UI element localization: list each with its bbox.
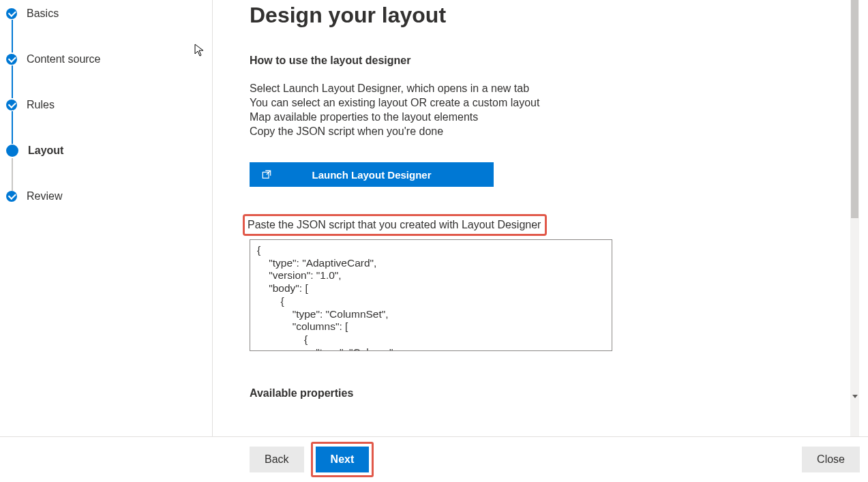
available-properties-heading: Available properties	[250, 387, 859, 400]
launch-layout-designer-button[interactable]: Launch Layout Designer	[250, 162, 494, 187]
check-icon	[6, 8, 17, 19]
instruction-line: Copy the JSON script when you're done	[250, 124, 859, 138]
step-connector	[12, 20, 13, 52]
step-connector	[12, 111, 13, 144]
step-content-source[interactable]: Content source	[6, 53, 212, 65]
scrollbar-thumb[interactable]	[851, 0, 858, 218]
check-icon	[6, 191, 17, 202]
json-label-highlight: Paste the JSON script that you created w…	[243, 214, 547, 236]
check-icon	[6, 100, 17, 110]
step-label: Layout	[28, 145, 63, 157]
back-button[interactable]: Back	[250, 447, 304, 472]
instruction-line: You can select an existing layout OR cre…	[250, 95, 859, 110]
step-label: Review	[27, 190, 62, 202]
json-script-textarea[interactable]	[250, 239, 612, 351]
step-label: Basics	[27, 7, 59, 20]
step-connector	[12, 158, 13, 191]
close-button[interactable]: Close	[802, 447, 860, 472]
json-script-label: Paste the JSON script that you created w…	[248, 219, 541, 230]
footer: Back Next Close	[0, 436, 868, 482]
step-label: Rules	[27, 99, 55, 111]
main-panel: Design your layout How to use the layout…	[213, 0, 859, 436]
instructions-list: Select Launch Layout Designer, which ope…	[250, 81, 859, 138]
step-label: Content source	[27, 53, 101, 65]
current-step-icon	[6, 145, 18, 157]
step-rules[interactable]: Rules	[6, 99, 212, 111]
launch-button-label: Launch Layout Designer	[312, 169, 431, 181]
howto-heading: How to use the layout designer	[250, 55, 859, 67]
check-icon	[6, 54, 17, 65]
instruction-line: Map available properties to the layout e…	[250, 110, 859, 124]
step-connector	[12, 65, 13, 98]
step-review[interactable]: Review	[6, 190, 212, 202]
vertical-scrollbar[interactable]	[850, 0, 859, 436]
step-basics[interactable]: Basics	[6, 7, 212, 20]
wizard-sidebar: Basics Content source Rules Layout Revie…	[0, 0, 213, 436]
step-layout[interactable]: Layout	[6, 145, 212, 157]
next-button-highlight: Next	[311, 442, 374, 477]
instruction-line: Select Launch Layout Designer, which ope…	[250, 81, 859, 95]
chevron-down-icon	[852, 395, 858, 398]
next-button[interactable]: Next	[316, 447, 370, 472]
open-new-tab-icon	[262, 170, 271, 179]
page-title: Design your layout	[250, 0, 859, 29]
